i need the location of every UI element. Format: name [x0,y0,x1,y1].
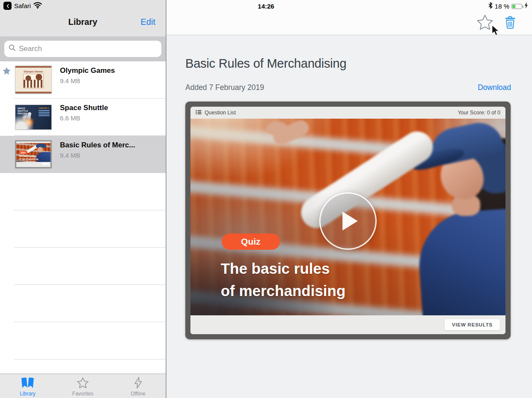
detail-content: Basic Rules of Merchandising Added 7 Feb… [166,35,532,339]
status-indicators: 18 % [488,2,528,10]
screen: Library Edit Olympic Games Ol [0,0,532,398]
favorite-star-badge [2,66,11,75]
item-thumbnail: SPACE SHUTTLE PROGRAM CHAPTER 11 [15,105,51,129]
favorite-star-button[interactable] [476,14,493,32]
play-icon [342,212,358,230]
search-input[interactable] [19,45,157,53]
empty-row [0,285,166,322]
added-date-label: Added 7 February 2019 [185,83,264,92]
bluetooth-icon [488,2,493,10]
question-list-icon [196,110,202,116]
slide-title: The basic rules of merchandising [221,257,346,302]
player-bottom-bar: VIEW RESULTS [190,315,505,334]
detail-pane: Basic Rules of Merchandising Added 7 Feb… [166,0,532,398]
presentation-list: Olympic Games Olympic Games 9.4 MB SPACE… [0,61,166,374]
play-button[interactable] [319,192,377,250]
list-item-space-shuttle[interactable]: SPACE SHUTTLE PROGRAM CHAPTER 11 Space S… [0,99,166,136]
delete-button[interactable] [504,15,517,30]
charging-bolt-icon [524,2,528,10]
view-results-button[interactable]: VIEW RESULTS [445,319,500,330]
item-size: 9.4 MB [60,152,80,159]
player-top-bar: Question List Your Score: 0 of 0 [190,107,505,119]
library-book-icon [21,377,34,390]
item-thumbnail: Olympic Games [15,66,51,93]
edit-button[interactable]: Edit [141,17,155,27]
search-field[interactable] [4,41,161,57]
star-icon [77,377,89,390]
battery-percent: 18 % [495,3,509,10]
quiz-badge: Quiz [222,233,280,250]
item-title: Space Shuttle [60,104,163,112]
status-bar: Safari 14:26 18 % [0,0,532,12]
item-size: 6.6 MB [60,114,80,122]
bottom-tab-bar: Library Favorites Offline [0,374,166,398]
tab-offline[interactable]: Offline [110,374,166,398]
olympic-art [24,74,43,88]
sidebar: Library Edit Olympic Games Ol [0,0,166,398]
slide-image: Quiz The basic rules of merchandising [190,119,505,315]
lightning-bolt-icon [134,377,143,390]
empty-row [0,173,166,210]
question-list-button[interactable]: Question List [196,110,236,116]
item-title: Olympic Games [60,66,163,75]
search-strip [0,36,166,61]
battery-icon [511,4,522,9]
list-item-basic-rules[interactable]: Quiz The basic rules of merchandising Ba… [0,136,166,173]
item-thumbnail: Quiz The basic rules of merchandising [15,141,51,168]
shuttle-chapter-block: CHAPTER 11 [39,107,50,117]
empty-row [0,248,166,285]
player-frame: Question List Your Score: 0 of 0 [185,102,511,339]
tab-favorites[interactable]: Favorites [55,374,110,398]
player: Question List Your Score: 0 of 0 [190,107,505,334]
empty-row [0,210,166,248]
item-title: Basic Rules of Merc... [60,141,163,150]
item-size: 9.4 MB [60,77,80,84]
download-link[interactable]: Download [478,83,511,92]
search-icon [9,44,16,53]
score-label: Your Score: 0 of 0 [458,110,500,116]
empty-row [0,322,166,359]
list-item-olympic-games[interactable]: Olympic Games Olympic Games 9.4 MB [0,61,166,99]
presentation-title: Basic Rules of Merchandising [185,57,511,71]
tab-library[interactable]: Library [0,374,55,398]
status-time: 14:26 [0,3,532,10]
